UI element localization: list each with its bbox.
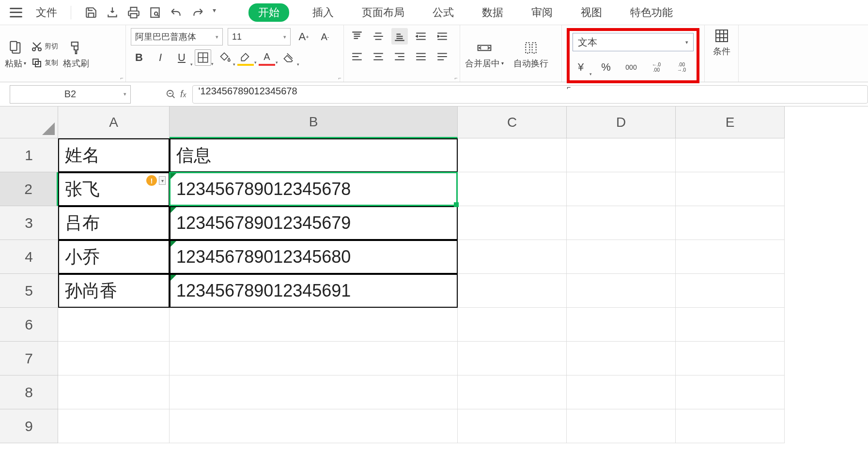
row-header-5[interactable]: 5	[0, 274, 58, 308]
cell-A8[interactable]	[58, 375, 170, 409]
save-as-icon[interactable]	[106, 6, 119, 19]
hamburger-icon[interactable]	[10, 8, 22, 17]
cell-C1[interactable]	[458, 138, 567, 172]
cell-A4[interactable]: 小乔	[58, 240, 170, 274]
cell-A7[interactable]	[58, 342, 170, 375]
increase-font-icon[interactable]: A+	[295, 29, 312, 45]
cell-B1[interactable]: 信息	[170, 138, 458, 172]
font-size-select[interactable]: 11▾	[228, 28, 291, 45]
cell-B9[interactable]	[170, 409, 458, 443]
clipboard-launcher-icon[interactable]: ⌐	[121, 75, 124, 81]
cell-E5[interactable]	[676, 274, 785, 308]
quick-access-more-icon[interactable]: ▾	[213, 6, 225, 19]
bold-button[interactable]: B	[131, 49, 147, 66]
currency-button[interactable]: ¥▾	[573, 59, 589, 75]
increase-decimal-button[interactable]: ←.0 .00	[648, 59, 665, 75]
number-launcher-icon[interactable]: ⌐	[567, 83, 699, 91]
cell-B7[interactable]	[170, 342, 458, 375]
cell-D2[interactable]	[567, 172, 676, 206]
row-header-9[interactable]: 9	[0, 409, 58, 443]
cell-C9[interactable]	[458, 409, 567, 443]
column-header-B[interactable]: B	[170, 106, 458, 138]
select-all-corner[interactable]	[0, 106, 58, 138]
print-preview-icon[interactable]	[149, 6, 161, 19]
cell-D5[interactable]	[567, 274, 676, 308]
align-middle-icon[interactable]	[370, 28, 387, 45]
merge-center-button[interactable]: 合并居中▾	[465, 40, 504, 69]
cell-A3[interactable]: 吕布	[58, 206, 170, 240]
tab-formulas[interactable]: 公式	[428, 3, 459, 22]
cell-E4[interactable]	[676, 240, 785, 274]
row-header-4[interactable]: 4	[0, 240, 58, 274]
font-color-button[interactable]: A▾	[259, 49, 275, 66]
column-header-C[interactable]: C	[458, 106, 567, 138]
percent-button[interactable]: %	[598, 59, 614, 75]
cell-E3[interactable]	[676, 206, 785, 240]
cell-D7[interactable]	[567, 342, 676, 375]
copy-button[interactable]: 复制	[31, 57, 58, 69]
cell-E2[interactable]	[676, 172, 785, 206]
align-right-icon[interactable]	[391, 48, 408, 65]
cell-E6[interactable]	[676, 308, 785, 342]
conditional-format-button[interactable]: 条件	[710, 28, 733, 57]
file-menu[interactable]: 文件	[36, 5, 57, 20]
italic-button[interactable]: I	[152, 49, 169, 66]
cell-E1[interactable]	[676, 138, 785, 172]
cell-E8[interactable]	[676, 375, 785, 409]
tab-insert[interactable]: 插入	[308, 3, 339, 22]
row-header-2[interactable]: 2	[0, 172, 58, 206]
cell-B4[interactable]: 123456789012345680	[170, 240, 458, 274]
cell-A6[interactable]	[58, 308, 170, 342]
tab-page-layout[interactable]: 页面布局	[357, 3, 409, 22]
row-header-3[interactable]: 3	[0, 206, 58, 240]
decrease-font-icon[interactable]: A-	[317, 29, 333, 45]
align-center-icon[interactable]	[370, 48, 387, 65]
justify-icon[interactable]	[413, 48, 429, 65]
cell-C3[interactable]	[458, 206, 567, 240]
align-top-icon[interactable]	[349, 28, 365, 45]
paste-button[interactable]: 粘贴▾	[5, 40, 26, 69]
number-format-select[interactable]: 文本▾	[573, 33, 694, 51]
increase-indent-icon[interactable]	[434, 28, 450, 45]
wrap-text-button[interactable]: 自动换行	[513, 40, 548, 69]
cut-button[interactable]: 剪切	[31, 41, 58, 52]
font-name-select[interactable]: 阿里巴巴普惠体▾	[131, 28, 223, 45]
row-header-1[interactable]: 1	[0, 138, 58, 172]
save-icon[interactable]	[85, 6, 97, 19]
cell-E9[interactable]	[676, 409, 785, 443]
border-button[interactable]: ▾	[195, 49, 211, 66]
cell-D1[interactable]	[567, 138, 676, 172]
tab-review[interactable]: 审阅	[527, 3, 558, 22]
alignment-launcher-icon[interactable]: ⌐	[455, 75, 458, 81]
cell-C8[interactable]	[458, 375, 567, 409]
tab-data[interactable]: 数据	[477, 3, 508, 22]
font-launcher-icon[interactable]: ⌐	[339, 75, 341, 81]
tab-features[interactable]: 特色功能	[625, 3, 678, 22]
column-header-E[interactable]: E	[676, 106, 785, 138]
format-painter-button[interactable]: 格式刷	[63, 40, 89, 69]
row-header-7[interactable]: 7	[0, 342, 58, 375]
decrease-indent-icon[interactable]	[413, 28, 429, 45]
name-box[interactable]: B2▾	[10, 85, 131, 104]
fill-color-button[interactable]: ▾	[216, 49, 232, 66]
cell-B6[interactable]	[170, 308, 458, 342]
print-icon[interactable]	[127, 6, 140, 19]
row-header-8[interactable]: 8	[0, 375, 58, 409]
cell-A1[interactable]: 姓名	[58, 138, 170, 172]
clear-format-button[interactable]: ▾	[280, 49, 296, 66]
underline-button[interactable]: U▾	[173, 49, 190, 66]
tab-start[interactable]: 开始	[248, 3, 289, 22]
highlight-button[interactable]: ▾	[237, 49, 254, 66]
column-header-D[interactable]: D	[567, 106, 676, 138]
cell-D9[interactable]	[567, 409, 676, 443]
tab-view[interactable]: 视图	[576, 3, 607, 22]
cell-B3[interactable]: 123456789012345679	[170, 206, 458, 240]
cell-A5[interactable]: 孙尚香	[58, 274, 170, 308]
distribute-icon[interactable]	[434, 48, 450, 65]
align-left-icon[interactable]	[349, 48, 365, 65]
error-indicator-icon[interactable]: !	[146, 175, 157, 186]
cell-D3[interactable]	[567, 206, 676, 240]
column-header-A[interactable]: A	[58, 106, 170, 138]
cell-B8[interactable]	[170, 375, 458, 409]
align-bottom-icon[interactable]	[391, 28, 408, 45]
